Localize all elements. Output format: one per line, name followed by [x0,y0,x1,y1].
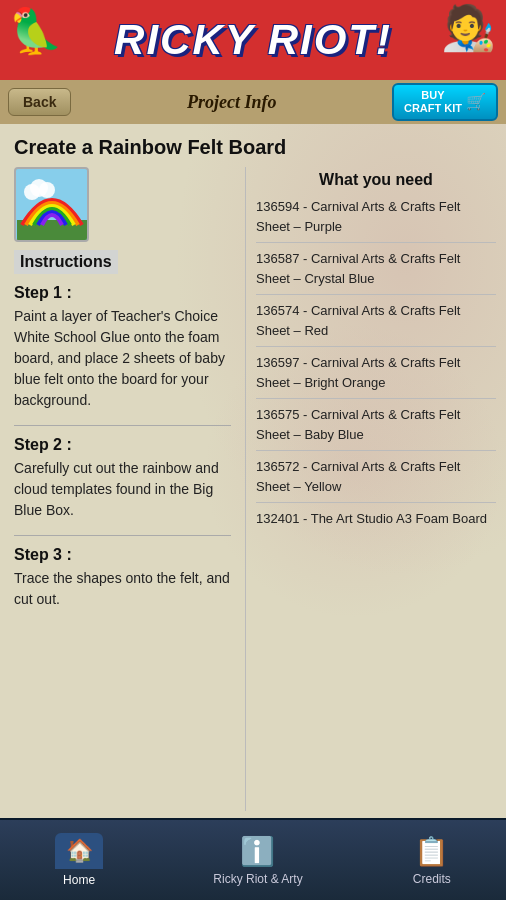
tab-ricky-arty[interactable]: ℹ️ Ricky Riot & Arty [197,829,318,892]
step-2-text: Carefully cut out the rainbow and cloud … [14,458,231,521]
credits-icon: 📋 [414,835,449,868]
right-column: What you need 136594 - Carnival Arts & C… [245,167,506,811]
supply-item-2: 136587 - Carnival Arts & Crafts Felt She… [256,249,496,295]
step-2-divider [14,535,231,536]
supply-item-3: 136574 - Carnival Arts & Crafts Felt She… [256,301,496,347]
step-2-title: Step 2 : [14,436,231,454]
info-icon: ℹ️ [240,835,275,868]
app-title: RICKY RIOT! [114,16,392,64]
header: 🦜 RICKY RIOT! 🧑‍🎨 [0,0,506,80]
supply-item-7: 132401 - The Art Studio A3 Foam Board [256,509,496,535]
step-1-title: Step 1 : [14,284,231,302]
step-1: Step 1 : Paint a layer of Teacher's Choi… [14,284,231,411]
step-3-title: Step 3 : [14,546,231,564]
step-3-text: Trace the shapes onto the felt, and cut … [14,568,231,610]
nav-title: Project Info [187,92,277,113]
what-you-need-title: What you need [256,171,496,189]
main-content: Create a Rainbow Felt Board [0,124,506,818]
cart-icon: 🛒 [466,92,486,111]
header-logo: 🦜 RICKY RIOT! 🧑‍🎨 [0,0,506,80]
tab-bar: 🏠 Home ℹ️ Ricky Riot & Arty 📋 Credits [0,818,506,900]
supply-item-1: 136594 - Carnival Arts & Crafts Felt She… [256,197,496,243]
content-columns: Instructions Step 1 : Paint a layer of T… [0,167,506,811]
buy-button-label: BUYCRAFT KIT [404,89,462,115]
step-1-divider [14,425,231,426]
supply-item-4: 136597 - Carnival Arts & Crafts Felt She… [256,353,496,399]
step-1-text: Paint a layer of Teacher's Choice White … [14,306,231,411]
instructions-label: Instructions [14,250,118,274]
tab-credits-label: Credits [413,872,451,886]
home-icon: 🏠 [55,833,103,869]
nav-bar: Back Project Info BUYCRAFT KIT 🛒 [0,80,506,124]
tab-home[interactable]: 🏠 Home [39,827,119,893]
svg-point-4 [39,182,55,198]
supply-item-5: 136575 - Carnival Arts & Crafts Felt She… [256,405,496,451]
left-column: Instructions Step 1 : Paint a layer of T… [0,167,245,811]
step-3: Step 3 : Trace the shapes onto the felt,… [14,546,231,610]
tab-credits[interactable]: 📋 Credits [397,829,467,892]
buy-craft-kit-button[interactable]: BUYCRAFT KIT 🛒 [392,83,498,121]
page-title: Create a Rainbow Felt Board [0,124,506,167]
supply-item-6: 136572 - Carnival Arts & Crafts Felt She… [256,457,496,503]
tab-home-label: Home [63,873,95,887]
back-button[interactable]: Back [8,88,71,116]
tab-ricky-label: Ricky Riot & Arty [213,872,302,886]
step-2: Step 2 : Carefully cut out the rainbow a… [14,436,231,521]
character-icon: 🧑‍🎨 [441,2,496,54]
project-image [14,167,89,242]
bird-icon: 🦜 [8,5,63,57]
